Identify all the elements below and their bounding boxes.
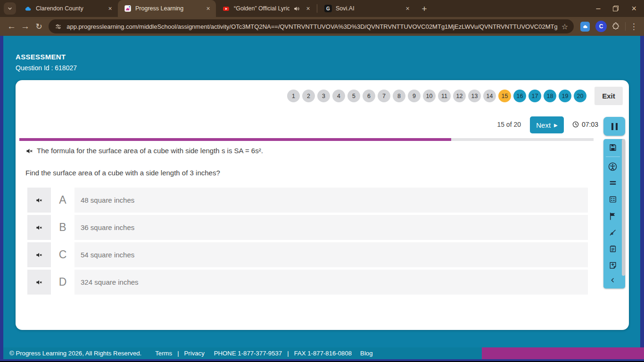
option-letter[interactable]: A [51, 188, 74, 213]
blog-link[interactable]: Blog [360, 350, 372, 357]
question-number-14[interactable]: 14 [483, 90, 496, 102]
muted-speaker-icon[interactable] [25, 147, 33, 155]
question-number-15-current[interactable]: 15 [498, 90, 511, 102]
answer-option-c[interactable]: C 54 square inches [27, 242, 588, 267]
question-number-3[interactable]: 3 [317, 90, 330, 102]
question-number-4[interactable]: 4 [332, 90, 345, 102]
question-number-1[interactable]: 1 [287, 90, 300, 102]
copyright-text: © Progress Learning 2026, All Rights Res… [9, 350, 141, 357]
highlighter-off-icon[interactable] [603, 225, 622, 239]
timer-value: 07:03 [582, 121, 598, 128]
minimize-window-icon[interactable]: – [596, 4, 601, 13]
notepad-icon[interactable] [603, 242, 622, 256]
accessibility-icon[interactable] [603, 159, 622, 173]
question-number-5[interactable]: 5 [347, 90, 360, 102]
answer-option-a[interactable]: A 48 square inches [27, 188, 588, 213]
tab-close-icon[interactable]: × [404, 5, 412, 13]
question-number-13[interactable]: 13 [468, 90, 481, 102]
tab-audio-icon[interactable] [293, 5, 300, 12]
forward-button[interactable]: → [18, 19, 32, 33]
option-audio-cell[interactable] [27, 188, 51, 213]
sovi-ai-favicon: G [324, 5, 332, 12]
progress-bar-track [19, 138, 594, 141]
question-number-12[interactable]: 12 [453, 90, 466, 102]
answer-eliminator-icon[interactable] [603, 176, 622, 190]
answer-option-d[interactable]: D 324 square inches [27, 270, 588, 295]
option-letter[interactable]: D [51, 270, 74, 295]
browser-window: Clarendon County × Progress Learning × “… [0, 0, 644, 362]
tab-close-icon[interactable]: × [204, 5, 212, 13]
footer-separator: | [177, 350, 179, 357]
question-number-6[interactable]: 6 [363, 90, 375, 102]
option-audio-cell[interactable] [27, 215, 51, 240]
classlink-cloud-favicon [24, 5, 32, 13]
collapse-sidebar-icon[interactable] [603, 274, 622, 286]
close-window-icon[interactable]: × [631, 4, 636, 14]
add-note-icon[interactable] [603, 258, 622, 272]
tab-clarendon-county[interactable]: Clarendon County × [18, 0, 118, 17]
tab-close-icon[interactable]: × [106, 5, 114, 13]
option-text[interactable]: 324 square inches [74, 270, 588, 295]
tab-progress-learning[interactable]: Progress Learning × [118, 0, 216, 17]
play-triangle-icon: ▶ [554, 123, 558, 128]
flag-icon[interactable] [603, 209, 622, 223]
progress-learning-favicon [124, 5, 132, 12]
browser-menu-icon[interactable]: ⋮ [628, 22, 639, 32]
next-button[interactable]: Next ▶ [530, 116, 564, 133]
option-audio-cell[interactable] [27, 270, 51, 295]
tab-sovi-ai[interactable]: G Sovi.AI × [318, 0, 415, 17]
question-number-7[interactable]: 7 [378, 90, 390, 102]
exit-button[interactable]: Exit [594, 87, 623, 105]
question-number-9[interactable]: 9 [408, 90, 421, 102]
reload-button[interactable]: ↻ [32, 19, 46, 33]
question-number-2[interactable]: 2 [302, 90, 315, 102]
question-number-10[interactable]: 10 [423, 90, 436, 102]
assessment-card: 1 2 3 4 5 6 7 8 9 10 11 12 13 14 15 16 1… [16, 80, 629, 330]
restore-window-icon[interactable] [613, 6, 619, 11]
question-number-19[interactable]: 19 [559, 90, 571, 102]
address-bar[interactable]: app.progresslearning.com/middleSchool/as… [49, 19, 574, 33]
tab-golden-lyric-video[interactable]: “Golden” Official Lyric Video × [216, 0, 316, 17]
toolbar-separator [625, 22, 626, 31]
answer-option-b[interactable]: B 36 square inches [27, 215, 588, 240]
browser-toolbar: ← → ↻ app.progresslearning.com/middleSch… [0, 17, 644, 36]
question-number-17[interactable]: 17 [528, 90, 541, 102]
question-number-11[interactable]: 11 [438, 90, 451, 102]
option-letter[interactable]: C [51, 242, 74, 267]
question-number-8[interactable]: 8 [393, 90, 405, 102]
option-text[interactable]: 48 square inches [74, 188, 588, 213]
scrollbar-thumb[interactable] [622, 139, 625, 276]
tab-title: “Golden” Official Lyric Video [234, 5, 289, 12]
question-progress-text: 15 of 20 [493, 121, 521, 128]
pause-icon [611, 123, 613, 130]
tab-search-button[interactable] [4, 2, 16, 15]
privacy-link[interactable]: Privacy [184, 350, 205, 357]
footer-magenta-block [482, 347, 644, 359]
site-settings-icon[interactable] [54, 23, 62, 31]
classlink-extension-icon[interactable] [580, 22, 590, 32]
question-number-18[interactable]: 18 [544, 90, 556, 102]
tab-close-icon[interactable]: × [304, 5, 312, 13]
option-text[interactable]: 36 square inches [74, 215, 588, 240]
progress-bar-fill [19, 138, 451, 141]
muted-speaker-icon [35, 197, 43, 204]
tab-title: Sovi.AI [336, 5, 400, 12]
extensions-puzzle-icon[interactable] [610, 20, 622, 33]
new-tab-button[interactable]: + [418, 2, 430, 15]
clock-icon [572, 121, 579, 128]
tab-separator [317, 4, 317, 13]
option-text[interactable]: 54 square inches [74, 242, 588, 267]
terms-link[interactable]: Terms [155, 350, 172, 357]
pause-button[interactable] [603, 117, 625, 136]
option-letter[interactable]: B [51, 215, 74, 240]
profile-avatar[interactable]: C [595, 21, 606, 32]
question-number-16[interactable]: 16 [513, 90, 526, 102]
save-icon[interactable] [603, 140, 622, 155]
option-audio-cell[interactable] [27, 242, 51, 267]
phone-text: PHONE 1-877-377-9537 [214, 350, 282, 357]
timer: 07:03 [572, 121, 598, 128]
question-number-20[interactable]: 20 [574, 90, 586, 102]
back-button[interactable]: ← [5, 19, 18, 33]
bookmark-star-icon[interactable]: ☆ [561, 22, 568, 31]
answer-masking-icon[interactable] [603, 192, 622, 206]
